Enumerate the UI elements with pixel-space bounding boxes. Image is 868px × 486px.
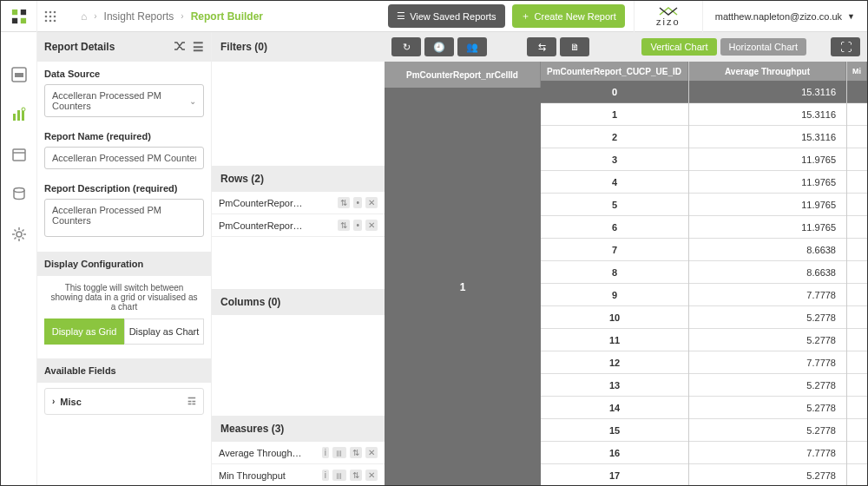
breadcrumb-current: Report Builder: [191, 10, 263, 23]
sort-icon[interactable]: ⇅: [338, 220, 350, 231]
svg-point-12: [54, 19, 56, 22]
svg-point-21: [14, 188, 24, 193]
close-icon[interactable]: ✕: [365, 470, 378, 481]
display-toggle: Display as Grid Display as Chart: [44, 319, 204, 345]
create-new-report-button[interactable]: ＋Create New Report: [512, 4, 625, 28]
vertical-chart-button[interactable]: Vertical Chart: [641, 38, 716, 56]
dot-icon[interactable]: •: [353, 197, 362, 208]
chevron-down-icon: ⌄: [189, 96, 196, 106]
report-desc-label: Report Description (required): [37, 176, 211, 195]
grid-value-cell: [847, 329, 867, 351]
history-button[interactable]: 🕘: [424, 37, 454, 56]
data-source-select[interactable]: Accelleran Processed PM Counters⌄: [44, 84, 204, 117]
users-button[interactable]: 👥: [457, 37, 487, 56]
home-icon[interactable]: ⌂: [81, 10, 87, 23]
svg-point-6: [54, 10, 56, 13]
list-icon[interactable]: ☰: [193, 40, 204, 54]
apps-grid-icon[interactable]: [37, 1, 63, 32]
chart-icon[interactable]: ⫼: [332, 447, 346, 458]
svg-point-10: [45, 19, 48, 22]
grid-id-cell: 6: [541, 216, 688, 239]
view-saved-reports-button[interactable]: ☰View Saved Reports: [388, 4, 504, 28]
svg-point-8: [49, 15, 52, 17]
display-as-grid-button[interactable]: Display as Grid: [44, 319, 124, 345]
grid-value-cell: [847, 374, 867, 397]
close-icon[interactable]: ✕: [365, 447, 378, 458]
chevron-right-icon: ›: [94, 11, 96, 21]
display-config-header: Display Configuration: [37, 252, 211, 276]
row-field-item[interactable]: PmCounterRepor…⇅•✕: [212, 192, 385, 214]
display-as-chart-button[interactable]: Display as Chart: [124, 319, 204, 345]
grid-value-cell: [847, 148, 867, 171]
share-button[interactable]: ⇆: [527, 37, 556, 56]
grid-value-cell: [847, 239, 867, 261]
svg-point-5: [49, 10, 52, 13]
chart-icon[interactable]: ⫼: [332, 470, 346, 481]
refresh-button[interactable]: ↻: [391, 37, 421, 56]
grid-value-cell: 15.3116: [689, 126, 846, 148]
grid-id-cell: 5: [541, 194, 688, 216]
row-field-item[interactable]: PmCounterRepor…⇅•✕: [212, 214, 385, 237]
content-toolbar: ↻ 🕘 👥 ⇆ 🗎 Vertical Chart Horizontal Char…: [385, 32, 867, 62]
measure-item[interactable]: Min Throughputi⫼⇅✕: [212, 464, 385, 486]
grid-value-cell: 7.7778: [689, 442, 846, 464]
available-field-misc[interactable]: ›Misc ☶: [44, 388, 204, 415]
grid-header: Mi: [847, 62, 867, 81]
left-nav: [1, 32, 37, 486]
chevron-right-icon: ›: [52, 397, 55, 406]
grid-id-cell: 3: [541, 148, 688, 171]
grid-value-cell: [847, 216, 867, 239]
data-grid: PmCounterReport_nrCellId 1 PmCounterRepo…: [385, 62, 867, 486]
nav-database-icon[interactable]: [11, 187, 27, 202]
dot-icon[interactable]: •: [353, 220, 362, 231]
grid-value-cell: 15.3116: [689, 103, 846, 126]
grid-value-cell: 11.9765: [689, 216, 846, 239]
export-button[interactable]: 🗎: [560, 37, 589, 56]
close-icon[interactable]: ✕: [365, 197, 378, 208]
info-icon[interactable]: i: [322, 470, 329, 481]
user-menu[interactable]: matthew.napleton@zizo.co.uk ▼: [703, 11, 867, 22]
grid-value-cell: 7.7778: [689, 351, 846, 374]
grid-value-cell: 15.3116: [689, 81, 846, 103]
sort-icon[interactable]: ⇅: [350, 447, 362, 458]
nav-dashboard-icon[interactable]: [11, 67, 27, 82]
brand-logo: zizo: [634, 1, 703, 32]
grid-value-cell: 5.2778: [689, 329, 846, 351]
close-icon[interactable]: ✕: [365, 220, 378, 231]
available-fields-header: Available Fields: [37, 358, 211, 383]
measure-item[interactable]: Average Through…i⫼⇅✕: [212, 442, 385, 464]
nav-settings-icon[interactable]: [11, 227, 27, 242]
nav-reports-icon[interactable]: [11, 107, 27, 122]
grid-value-cell: [847, 103, 867, 126]
sort-icon[interactable]: ⇅: [338, 197, 350, 208]
svg-rect-14: [15, 73, 23, 77]
stack-icon: ☰: [397, 10, 405, 22]
grid-id-cell: 14: [541, 397, 688, 419]
grid-value-cell: [847, 351, 867, 374]
fullscreen-button[interactable]: ⛶: [831, 37, 860, 56]
panel-title: Report Details: [44, 41, 115, 53]
report-name-input[interactable]: [44, 147, 204, 169]
svg-point-22: [16, 232, 22, 237]
horizontal-chart-button[interactable]: Horizontal Chart: [720, 38, 806, 56]
breadcrumb-link[interactable]: Insight Reports: [104, 10, 174, 23]
app-logo[interactable]: [1, 1, 37, 32]
columns-header: Columns (0): [212, 289, 385, 315]
nav-calendar-icon[interactable]: [11, 147, 27, 162]
report-desc-input[interactable]: [44, 199, 204, 237]
grid-id-cell: 17: [541, 464, 688, 486]
svg-rect-15: [13, 114, 16, 121]
data-source-label: Data Source: [37, 62, 211, 81]
shuffle-icon[interactable]: [174, 40, 186, 54]
grid-value-cell: [847, 284, 867, 306]
info-icon[interactable]: i: [322, 447, 329, 458]
svg-point-7: [45, 15, 48, 17]
svg-point-11: [49, 19, 52, 22]
grid-value-cell: [847, 397, 867, 419]
grid-header: PmCounterReport_CUCP_UE_ID: [541, 62, 688, 81]
sort-icon[interactable]: ⇅: [350, 470, 362, 481]
grid-id-cell: 7: [541, 239, 688, 261]
grid-id-cell: 2: [541, 126, 688, 148]
grid-value-cell: 11.9765: [689, 171, 846, 194]
grid-value-cell: [847, 261, 867, 284]
